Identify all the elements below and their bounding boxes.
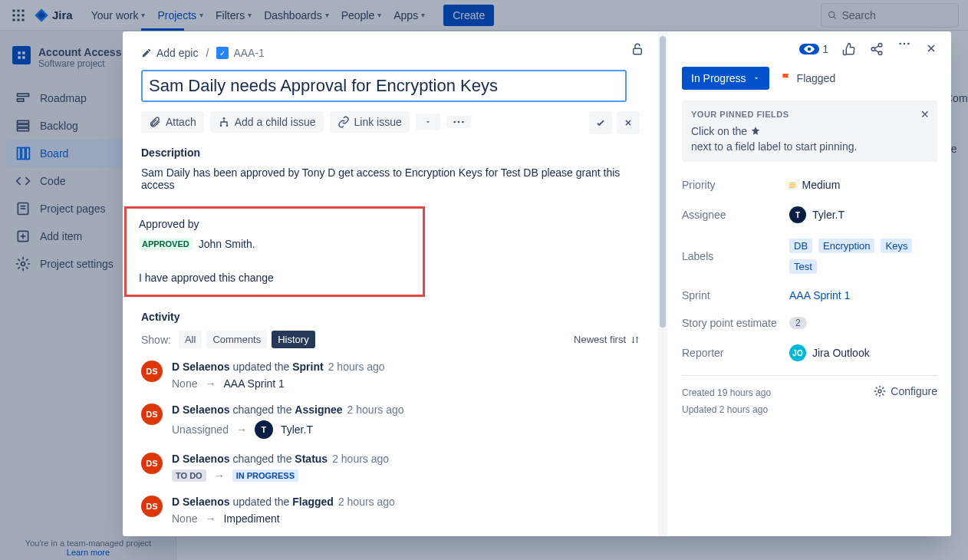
check-icon [595, 117, 606, 128]
svg-point-39 [878, 390, 881, 393]
eye-icon [799, 44, 819, 54]
gear-icon [874, 385, 886, 397]
close-button[interactable] [925, 42, 937, 56]
svg-point-33 [878, 44, 882, 48]
dots-icon [453, 120, 465, 124]
configure-button[interactable]: Configure [874, 385, 937, 397]
watch-button[interactable]: 1 [799, 42, 828, 56]
history-item: DS D Selaenos changed the Status2 hours … [141, 453, 640, 482]
pencil-icon [141, 48, 152, 58]
chevron-down-icon [752, 74, 760, 82]
history-item: DS D Selaenos updated the Sprint2 hours … [141, 361, 640, 390]
add-epic-button[interactable]: Add epic [141, 47, 198, 59]
dots-icon [897, 42, 911, 45]
link-issue-dropdown[interactable] [416, 114, 440, 130]
pinned-close-button[interactable]: ✕ [920, 108, 930, 120]
sprint-field[interactable]: Sprint AAA Sprint 1 [682, 282, 937, 309]
svg-point-28 [219, 124, 222, 127]
story-point-field[interactable]: Story point estimate 2 [682, 309, 937, 337]
more-button[interactable] [897, 42, 911, 56]
description-label: Description [141, 147, 640, 159]
label-tag[interactable]: Test [789, 259, 817, 274]
priority-medium-icon: ══ [789, 182, 796, 188]
created-date: Created 19 hours ago [682, 385, 771, 402]
history-item: DS D Selaenos updated the Flagged2 hours… [141, 496, 640, 525]
reporter-avatar: JO [789, 344, 806, 361]
activity-show-label: Show: [141, 334, 171, 346]
assignee-avatar: T [789, 206, 806, 223]
activity-tab-comments[interactable]: Comments [206, 331, 267, 348]
pin-icon [750, 126, 761, 137]
description-text[interactable]: Sam Daily has been approved by Tony D ge… [141, 166, 640, 191]
sort-icon [631, 335, 640, 344]
attach-icon [149, 116, 161, 128]
issue-key-link[interactable]: ✓ AAA-1 [216, 47, 264, 59]
assignee-field[interactable]: Assignee TTyler.T [682, 199, 937, 231]
thumbs-up-icon [842, 42, 856, 56]
reporter-field[interactable]: Reporter JOJira Outlook [682, 337, 937, 369]
svg-point-27 [222, 117, 225, 120]
add-child-issue-button[interactable]: Add a child issue [210, 111, 324, 133]
close-icon [925, 42, 937, 54]
approved-note: I have approved this change [139, 272, 410, 284]
cancel-title-button[interactable] [617, 111, 640, 134]
approved-status-lozenge: APPROVED [139, 238, 193, 250]
priority-field[interactable]: Priority ══Medium [682, 171, 937, 199]
issue-title-input[interactable] [141, 70, 627, 102]
lock-icon[interactable] [631, 42, 644, 56]
link-icon [337, 116, 350, 128]
label-tag[interactable]: Encryption [818, 239, 874, 253]
chevron-down-icon [424, 118, 432, 126]
scrollbar-thumb[interactable] [660, 36, 666, 328]
pinned-fields-label: YOUR PINNED FIELDS [691, 110, 928, 119]
flag-icon [780, 72, 792, 84]
label-tag[interactable]: Keys [881, 239, 912, 253]
svg-point-31 [457, 121, 459, 124]
user-avatar: DS [141, 496, 163, 517]
activity-label: Activity [141, 311, 640, 323]
breadcrumb: Add epic / ✓ AAA-1 [141, 47, 640, 59]
svg-rect-26 [634, 48, 642, 54]
pinned-hint: Click on the next to a field label to st… [691, 125, 928, 153]
issue-modal: Add epic / ✓ AAA-1 Attach Add a child is… [123, 31, 951, 536]
svg-point-30 [453, 121, 456, 124]
sort-newest-first[interactable]: Newest first [574, 334, 640, 345]
flagged-indicator[interactable]: Flagged [780, 72, 836, 84]
svg-point-32 [462, 121, 464, 124]
svg-point-34 [871, 48, 875, 51]
activity-tab-all[interactable]: All [179, 331, 202, 348]
pinned-fields-box: YOUR PINNED FIELDS ✕ Click on the next t… [682, 100, 937, 162]
tree-icon [218, 116, 230, 128]
svg-point-38 [907, 43, 910, 45]
approved-block: Approved by APPROVED John Smith. I have … [124, 206, 425, 297]
link-issue-button[interactable]: Link issue [330, 111, 410, 133]
share-icon [870, 42, 884, 56]
activity-tab-history[interactable]: History [272, 331, 314, 348]
like-button[interactable] [842, 42, 856, 56]
approved-by-name: John Smith. [199, 238, 255, 250]
status-dropdown[interactable]: In Progress [682, 67, 769, 90]
more-actions-button[interactable] [446, 116, 471, 128]
svg-point-37 [904, 43, 906, 45]
task-type-icon: ✓ [216, 47, 229, 59]
user-avatar: DS [141, 404, 163, 425]
svg-point-29 [226, 124, 228, 127]
confirm-title-button[interactable] [589, 111, 612, 134]
attach-button[interactable]: Attach [141, 111, 204, 133]
approved-by-label: Approved by [139, 218, 410, 230]
labels-field[interactable]: Labels DBEncryptionKeysTest [682, 231, 937, 282]
svg-point-35 [878, 51, 882, 55]
svg-point-36 [899, 43, 901, 45]
history-item: DS D Selaenos changed the Assignee2 hour… [141, 404, 640, 439]
x-icon [624, 118, 633, 127]
label-tag[interactable]: DB [789, 239, 812, 253]
user-avatar: DS [141, 361, 163, 382]
user-avatar: DS [141, 453, 163, 474]
share-button[interactable] [870, 42, 884, 56]
updated-date: Updated 2 hours ago [682, 402, 771, 419]
scrollbar[interactable] [658, 31, 667, 536]
